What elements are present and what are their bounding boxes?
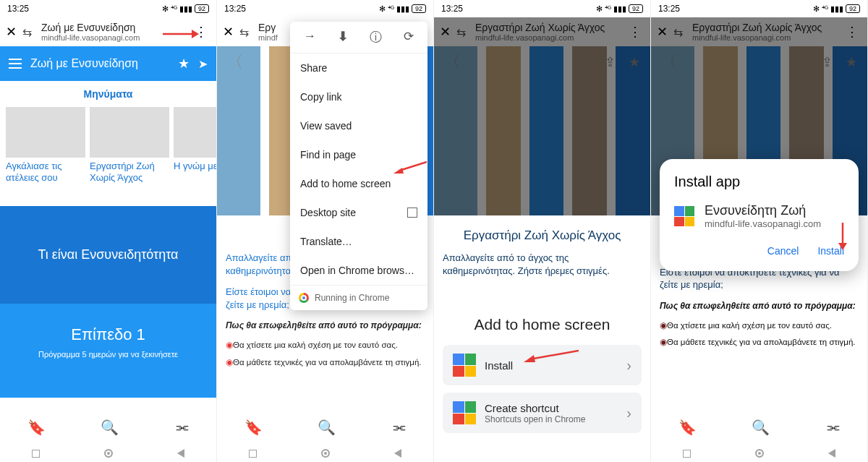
translate-icon[interactable]: ⇆ [239,25,252,39]
translate-icon[interactable]: ⇆ [456,25,469,39]
download-icon[interactable]: ⬇ [338,29,348,46]
app-icon [453,354,476,377]
phone-2: 13:25 ✻ ⁴ᴳ ▮▮▮ 92 ✕ ⇆ Εργ mindf 〈 Εργαστ… [217,0,434,462]
signal-icon: ▮▮▮ [179,4,192,14]
chevron-right-icon: › [626,405,631,422]
status-bar: 13:25 ✻ ⁴ᴳ ▮▮▮ 92 [0,0,216,17]
chrome-bottom-bar: 🔖 🔍 ⫘ [0,410,216,445]
share-icon[interactable]: ⫘ [391,419,406,436]
chrome-icon [299,293,309,303]
android-nav [0,445,216,462]
back-icon[interactable]: 〈 [227,51,243,73]
card-2[interactable]: Εργαστήρι Ζωή Χωρίς Άγχος [90,107,169,184]
forward-icon[interactable]: → [304,29,316,46]
hero-image: 〈 ⇪★ [434,46,650,215]
article-title: Εργαστήρι Ζωή Χωρίς Άγχος [434,215,650,252]
send-icon[interactable]: ➤ [198,57,208,71]
dialog-app-name: Ενσυνείδητη Ζωή [705,203,821,218]
sheet-shortcut[interactable]: Create shortcut Shortcuts open in Chrome… [443,393,642,433]
close-icon[interactable]: ✕ [440,24,451,40]
close-icon[interactable]: ✕ [6,24,17,40]
share-icon[interactable]: ⇪ [822,54,833,70]
back-icon[interactable]: 〈 [444,51,460,73]
share-icon[interactable]: ⫘ [174,419,189,436]
tab-title: Ζωή με Ενσυνείδηση [41,22,186,33]
chrome-bottom-bar: 🔖 🔍 ⫘ [651,410,867,445]
menu-footer: Running in Chrome [290,285,427,310]
close-icon[interactable]: ✕ [657,24,668,40]
cards-row: Αγκάλιασε τις ατέλειες σου Εργαστήρι Ζωή… [0,107,216,184]
checkbox-icon[interactable] [407,208,417,218]
promo-card-1[interactable]: Τι είναι Ενσυνειδητότητα [0,206,216,304]
status-time: 13:25 [7,4,29,14]
chrome-bottom-bar: 🔖 🔍 ⫘ [217,410,433,445]
install-button[interactable]: Install [817,245,844,257]
promo-card-2[interactable]: Επίπεδο 1 Πρόγραμμα 5 ημερών για να ξεκι… [0,304,216,398]
nav-home[interactable] [104,449,113,458]
status-bar: 13:25 ✻ ⁴ᴳ ▮▮▮ 92 [651,0,867,17]
add-to-home-sheet: Add to home screen Install › Create shor… [434,303,650,462]
star-icon[interactable]: ★ [846,54,857,70]
chrome-tab-bar: ✕ ⇆ Εργαστήρι Ζωή Χωρίς Άγχος mindful-li… [434,17,650,46]
battery-icon: 92 [195,4,209,13]
chrome-tab-bar: ✕ ⇆ Ζωή με Ενσυνείδηση mindful-life.vaso… [0,17,216,46]
reload-icon[interactable]: ⟳ [404,29,414,46]
share-icon[interactable]: ⇪ [605,54,616,70]
menu-add-home[interactable]: Add to home screen [290,169,427,198]
search-icon[interactable]: 🔍 [318,419,336,436]
messages-heading: Μηνύματα [0,81,216,107]
app-title: Ζωή με Ενσυνείδηση [30,57,169,70]
chevron-right-icon: › [626,357,631,374]
dialog-title: Install app [674,174,844,190]
bookmark-icon[interactable]: 🔖 [27,419,46,436]
bookmark-icon[interactable]: 🔖 [244,419,263,436]
info-icon[interactable]: ⓘ [370,29,382,46]
more-icon[interactable]: ⋮ [626,24,644,40]
star-icon[interactable]: ★ [629,54,640,70]
dialog-app-url: mindful-life.vasopanagi.com [705,218,821,229]
nav-recent[interactable] [32,450,40,458]
shortcut-icon [453,401,476,424]
translate-icon[interactable]: ⇆ [673,25,686,39]
status-bar: 13:25 ✻ ⁴ᴳ ▮▮▮ 92 [217,0,433,17]
back-icon[interactable]: 〈 [661,51,677,73]
more-icon[interactable]: ⋮ [192,24,210,40]
search-icon[interactable]: 🔍 [752,419,770,436]
phone-1: 13:25 ✻ ⁴ᴳ ▮▮▮ 92 ✕ ⇆ Ζωή με Ενσυνείδηση… [0,0,217,462]
share-icon[interactable]: ⫘ [825,419,840,436]
more-icon[interactable]: ⋮ [843,24,861,40]
star-icon[interactable]: ★ [178,56,190,72]
cancel-button[interactable]: Cancel [767,245,799,257]
bookmark-icon[interactable]: 🔖 [678,419,697,436]
sheet-install[interactable]: Install › [443,345,642,385]
menu-copy-link[interactable]: Copy link [290,82,427,111]
hamburger-icon[interactable] [9,59,22,69]
menu-translate[interactable]: Translate… [290,227,427,256]
app-header: Ζωή με Ενσυνείδηση ★ ➤ [0,46,216,81]
nav-back[interactable] [177,449,184,458]
menu-desktop-site[interactable]: Desktop site [290,198,427,227]
status-bar: 13:25 ✻ ⁴ᴳ ▮▮▮ 92 [434,0,650,17]
phone-3: 13:25 ✻ ⁴ᴳ ▮▮▮ 92 ✕ ⇆ Εργαστήρι Ζωή Χωρί… [434,0,651,462]
menu-open-chrome[interactable]: Open in Chrome brows… [290,256,427,285]
chrome-tab-bar: ✕ ⇆ Εργαστήρι Ζωή Χωρίς Άγχος mindful-li… [651,17,867,46]
card-1[interactable]: Αγκάλιασε τις ατέλειες σου [6,107,85,184]
sheet-title: Add to home screen [443,316,642,333]
translate-icon[interactable]: ⇆ [22,25,35,39]
chrome-menu: → ⬇ ⓘ ⟳ Share Copy link View saved Find … [290,22,427,310]
search-icon[interactable]: 🔍 [101,419,119,436]
close-icon[interactable]: ✕ [223,24,234,40]
card-3[interactable]: Η γνώμ μετρά [174,107,216,184]
phone-4: 13:25 ✻ ⁴ᴳ ▮▮▮ 92 ✕ ⇆ Εργαστήρι Ζωή Χωρί… [651,0,868,462]
tab-url: mindful-life.vasopanagi.com [41,33,186,42]
app-icon [674,206,694,226]
menu-share[interactable]: Share [290,54,427,82]
menu-view-saved[interactable]: View saved [290,111,427,140]
install-dialog: Install app Ενσυνείδητη Ζωή mindful-life… [660,159,859,271]
menu-find[interactable]: Find in page [290,140,427,169]
